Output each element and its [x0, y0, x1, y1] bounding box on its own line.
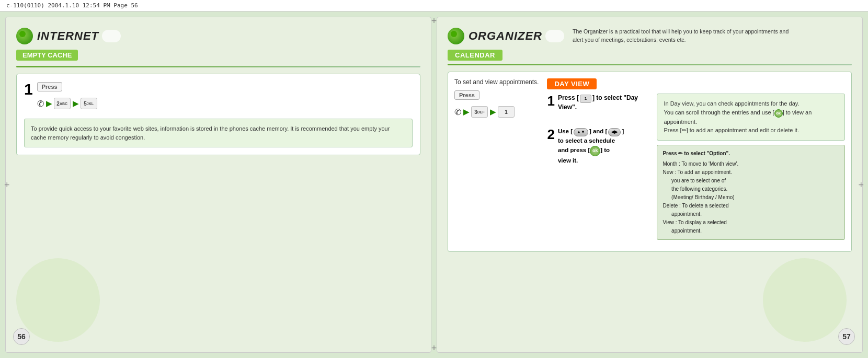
bg-circle-right	[763, 258, 847, 342]
nav-down-btn: ◀▶	[608, 128, 621, 136]
organizer-header-row: ORGANIZER The Organizer is a practical t…	[448, 28, 852, 44]
bg-circle-left	[16, 258, 100, 342]
day-step2-text: Use [▲▼] and [◀▶] to select a schedule a…	[558, 127, 624, 165]
cal-arrow1: ▶	[463, 108, 469, 116]
pencil-icon-info: ✏	[682, 127, 687, 133]
calendar-badge: CALENDAR	[448, 50, 502, 61]
left-info-box: To provide quick access to your favorite…	[24, 119, 413, 147]
day-step2: 2 Use [▲▼] and [◀▶] to select a schedule…	[547, 127, 652, 165]
step1-number: 1	[24, 82, 33, 97]
internet-section-header: INTERNET	[16, 28, 420, 44]
press-label: Press	[37, 82, 62, 91]
cal-arrow2: ▶	[490, 108, 496, 116]
to-set-text: To set and view appointments.	[454, 78, 539, 86]
day-step2-number: 2	[547, 127, 554, 142]
calendar-key-row: ✆ ▶ 3DEF ▶ 1	[454, 106, 539, 118]
key-row: ✆ ▶ 2ABC ▶ 5JKL	[37, 98, 97, 109]
step1-container: 1 Press ✆ ▶ 2ABC ▶ 5JKL	[24, 82, 413, 112]
left-info-text: To provide quick access to your favorite…	[31, 125, 390, 141]
day-step1: 1 Press [1] to select "Day View".	[547, 94, 652, 111]
day-step1-text: Press [1] to select "Day View".	[558, 94, 652, 111]
arrow2: ▶	[73, 99, 78, 108]
organizer-title-decoration	[545, 30, 564, 42]
organizer-desc: The Organizer is a practical tool that w…	[573, 28, 792, 44]
day-view-right: In Day view, you can check appointments …	[657, 94, 845, 240]
key-5jkl: 5JKL	[81, 98, 97, 109]
right-content-box: To set and view appointments. Press ✆ ▶ …	[448, 72, 852, 252]
day-view-info-box: In Day view, you can check appointments …	[657, 94, 845, 141]
right-page: ORGANIZER The Organizer is a practical t…	[437, 17, 863, 353]
empty-cache-tag: EMPTY CACHE	[16, 50, 78, 61]
calendar-intro-row: To set and view appointments. Press ✆ ▶ …	[454, 78, 845, 240]
left-page: INTERNET EMPTY CACHE 1 Press ✆	[5, 17, 431, 353]
phone-key: ✆	[37, 99, 44, 109]
file-header-text: c-110(0110) 2004.1.10 12:54 PM Page 56	[6, 2, 138, 9]
page-number-right: 57	[838, 328, 855, 345]
step1-content: Press ✆ ▶ 2ABC ▶ 5JKL	[37, 82, 97, 112]
nav-up-btn: ▲▼	[574, 128, 588, 136]
crosshair-left: +	[4, 179, 10, 190]
crosshair-top: +	[431, 16, 437, 27]
option-title: Press ✏ to select "Option".	[663, 149, 839, 158]
day-view-steps: 1 Press [1] to select "Day View".	[547, 94, 845, 240]
left-divider	[16, 66, 420, 67]
organizer-header-left: ORGANIZER	[448, 28, 564, 44]
option-items: Month : To move to 'Month view'. New : T…	[663, 160, 839, 235]
left-content-box: 1 Press ✆ ▶ 2ABC ▶ 5JKL	[16, 74, 420, 155]
internet-title-decoration	[102, 30, 121, 42]
day-step1-number: 1	[547, 94, 554, 109]
main-content: + + + + INTERNET EMPTY CACHE	[0, 11, 868, 358]
day-view-badge: DAY VIEW	[547, 78, 597, 89]
key-2abc: 2ABC	[54, 98, 71, 109]
day-view-area: DAY VIEW 1 Press [1] to	[547, 78, 845, 240]
calendar-press-row: Press ✆ ▶ 3DEF ▶ 1	[454, 90, 539, 118]
page-number-left: 56	[13, 328, 30, 345]
ok-btn-step2[interactable]: ok	[590, 146, 600, 156]
file-header: c-110(0110) 2004.1.10 12:54 PM Page 56	[0, 0, 868, 11]
internet-title: INTERNET	[37, 29, 99, 43]
day-view-left: 1 Press [1] to select "Day View".	[547, 94, 652, 165]
calendar-press-label: Press	[454, 90, 479, 100]
organizer-icon	[448, 28, 464, 44]
arrow1: ▶	[46, 99, 52, 108]
option-box: Press ✏ to select "Option". Month : To m…	[657, 145, 845, 240]
cal-phone-key: ✆	[454, 107, 461, 117]
ok-btn-info[interactable]: ok	[774, 109, 783, 118]
internet-icon	[16, 28, 33, 44]
organizer-title: ORGANIZER	[469, 29, 542, 43]
pencil-icon-option: ✏	[678, 151, 682, 156]
cal-key-3def: 3DEF	[471, 106, 488, 118]
calendar-intro-left: To set and view appointments. Press ✆ ▶ …	[454, 78, 539, 121]
crosshair-right: +	[858, 179, 864, 190]
right-divider	[448, 64, 852, 65]
page-container: c-110(0110) 2004.1.10 12:54 PM Page 56 +…	[0, 0, 868, 358]
key-1abc-inline: 1	[580, 95, 591, 103]
crosshair-bottom: +	[431, 343, 437, 354]
cal-key-1: 1	[498, 106, 515, 118]
